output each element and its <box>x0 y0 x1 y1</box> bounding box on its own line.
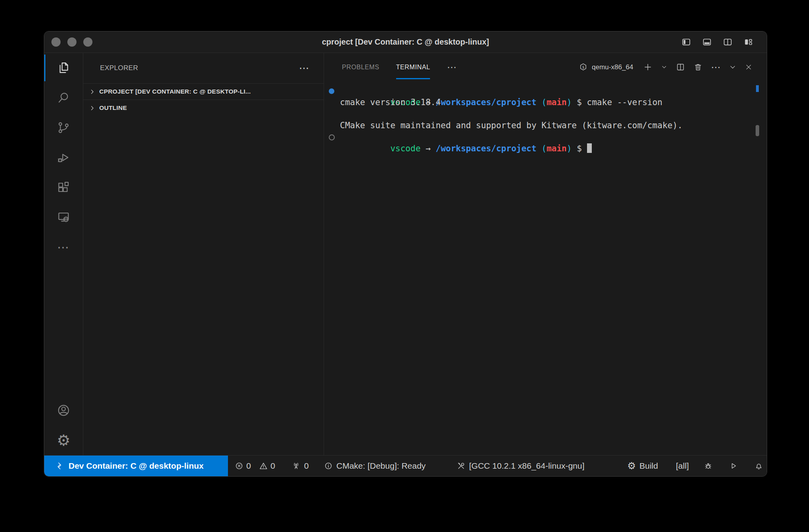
problems-status[interactable]: 0 0 <box>235 456 275 476</box>
panel-tab-bar: PROBLEMS TERMINAL ⋯ $ qemu-x86_64 <box>324 53 767 81</box>
customize-layout-icon[interactable] <box>743 37 754 47</box>
command-success-decoration[interactable] <box>329 88 334 94</box>
prompt-dollar: $ <box>572 144 587 153</box>
main-area: ⋯ ⚙ EXPLORER ⋯ CPROJECT [DEV CONTAIN <box>44 53 767 455</box>
cmake-status-label: CMake: [Debug]: Ready <box>336 461 426 471</box>
svg-text:$: $ <box>582 65 584 69</box>
sidebar-more-actions-icon[interactable]: ⋯ <box>299 63 309 73</box>
terminal-more-actions-icon[interactable]: ⋯ <box>711 63 721 72</box>
activity-item-remote-explorer[interactable] <box>44 202 83 232</box>
prompt-arrow: → <box>420 144 436 153</box>
launch-target-button[interactable] <box>729 456 738 476</box>
chevron-right-icon <box>89 105 96 111</box>
cmake-kit-status[interactable]: [GCC 10.2.1 x86_64-linux-gnu] <box>457 456 585 476</box>
activity-item-extensions[interactable] <box>44 172 83 202</box>
terminal-line-output-2: CMake suite maintained and supported by … <box>340 120 767 131</box>
terminal-line-prompt-1: vscode → /workspaces/cproject (main) $ c… <box>340 85 767 97</box>
remote-icon <box>55 462 64 470</box>
build-button[interactable]: ⚙ Build <box>627 456 658 476</box>
cmake-kit-label: [GCC 10.2.1 x86_64-linux-gnu] <box>469 461 585 471</box>
zoom-window-button[interactable] <box>83 37 92 47</box>
sidebar-title: EXPLORER <box>100 64 138 72</box>
activity-item-more[interactable]: ⋯ <box>44 232 83 262</box>
command-pending-decoration[interactable] <box>329 134 335 140</box>
title-bar: cproject [Dev Container: C @ desktop-lin… <box>44 31 767 53</box>
minimize-panel-chevron-icon[interactable] <box>729 63 736 72</box>
tools-icon <box>457 462 465 470</box>
terminal-dropdown-chevron-icon[interactable] <box>661 63 668 72</box>
notifications-button[interactable] <box>754 456 763 476</box>
prompt-git-branch: main <box>546 144 567 153</box>
activity-item-run-debug[interactable] <box>44 143 83 172</box>
remote-explorer-icon <box>57 210 71 224</box>
activity-item-search[interactable] <box>44 83 83 113</box>
activity-item-accounts[interactable] <box>44 395 83 425</box>
build-button-label: Build <box>640 461 658 471</box>
layout-controls <box>681 31 754 53</box>
play-icon <box>729 462 738 470</box>
split-terminal-icon[interactable] <box>676 63 685 72</box>
terminal-line-prompt-2: vscode → /workspaces/cproject (main) $ <box>340 131 767 143</box>
tab-problems-label: PROBLEMS <box>342 64 379 71</box>
sidebar-header: EXPLORER ⋯ <box>83 53 324 83</box>
error-count: 0 <box>246 461 251 471</box>
run-and-debug-icon <box>57 151 71 164</box>
debug-target-button[interactable] <box>704 456 713 476</box>
warning-count: 0 <box>271 461 275 471</box>
search-icon <box>57 91 71 105</box>
warning-icon <box>259 462 268 470</box>
ports-status[interactable]: 0 <box>292 456 309 476</box>
bug-icon <box>704 462 713 470</box>
activity-item-settings[interactable]: ⚙ <box>44 425 83 455</box>
gear-icon: ⚙ <box>57 433 70 448</box>
terminal-line-output-1: cmake version 3.18.4 <box>340 97 767 108</box>
activity-item-explorer[interactable] <box>44 53 83 83</box>
toggle-primary-sidebar-icon[interactable] <box>681 37 692 47</box>
prompt-user: vscode <box>390 144 420 153</box>
scrollbar-command-decoration <box>756 85 759 92</box>
extensions-icon <box>57 180 71 194</box>
forwarded-ports-count: 0 <box>304 461 309 471</box>
toggle-secondary-sidebar-icon[interactable] <box>722 37 733 47</box>
tab-terminal-label: TERMINAL <box>396 64 430 71</box>
terminal-instance-label: qemu-x86_64 <box>592 63 633 71</box>
activity-bar: ⋯ ⚙ <box>44 53 83 455</box>
bell-icon <box>754 462 763 470</box>
terminal-instance[interactable]: $ qemu-x86_64 <box>579 63 633 72</box>
toggle-panel-icon[interactable] <box>701 37 713 47</box>
files-icon <box>57 61 71 75</box>
terminal-line-blank <box>340 108 767 120</box>
scrollbar-handle[interactable] <box>756 125 759 136</box>
prompt-paren-close: ) <box>567 144 572 153</box>
close-panel-icon[interactable] <box>745 63 752 72</box>
terminal-panel: PROBLEMS TERMINAL ⋯ $ qemu-x86_64 <box>324 53 767 455</box>
tab-terminal[interactable]: TERMINAL <box>396 53 430 81</box>
cmake-status[interactable]: CMake: [Debug]: Ready <box>324 456 426 476</box>
terminal-content: vscode → /workspaces/cproject (main) $ c… <box>324 81 767 455</box>
terminal-cursor <box>587 143 592 153</box>
panel-more-tabs-icon[interactable]: ⋯ <box>447 63 456 72</box>
remote-indicator[interactable]: Dev Container: C @ desktop-linux <box>44 456 228 476</box>
new-terminal-icon[interactable] <box>643 63 652 72</box>
section-outline[interactable]: OUTLINE <box>83 100 324 116</box>
terminal-toolbar: $ qemu-x86_64 ⋯ <box>579 63 767 72</box>
more-views-icon: ⋯ <box>57 241 70 253</box>
prompt-path: /workspaces/cproject <box>436 144 536 153</box>
explorer-sidebar: EXPLORER ⋯ CPROJECT [DEV CONTAINER: C @ … <box>83 53 324 455</box>
section-workspace[interactable]: CPROJECT [DEV CONTAINER: C @ DESKTOP-LI.… <box>83 83 324 100</box>
build-target-label: [all] <box>676 461 689 471</box>
info-icon <box>324 462 333 470</box>
gear-icon: ⚙ <box>627 461 636 471</box>
build-target[interactable]: [all] <box>676 456 689 476</box>
kill-terminal-trash-icon[interactable] <box>693 63 703 72</box>
terminal-output-text: cmake version 3.18.4 <box>340 98 441 107</box>
activity-item-source-control[interactable] <box>44 113 83 143</box>
close-window-button[interactable] <box>51 37 61 47</box>
remote-indicator-label: Dev Container: C @ desktop-linux <box>69 461 204 471</box>
window-title: cproject [Dev Container: C @ desktop-lin… <box>322 37 489 47</box>
minimize-window-button[interactable] <box>67 37 77 47</box>
prompt-paren-open: ( <box>536 144 546 153</box>
tab-problems[interactable]: PROBLEMS <box>342 53 379 81</box>
section-workspace-label: CPROJECT [DEV CONTAINER: C @ DESKTOP-LI.… <box>99 88 251 95</box>
traffic-lights <box>51 31 92 53</box>
